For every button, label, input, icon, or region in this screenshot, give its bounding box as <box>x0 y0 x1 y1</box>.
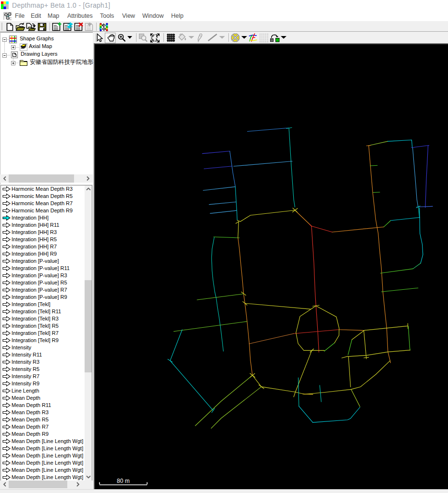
svg-text:80 m: 80 m <box>117 478 130 484</box>
